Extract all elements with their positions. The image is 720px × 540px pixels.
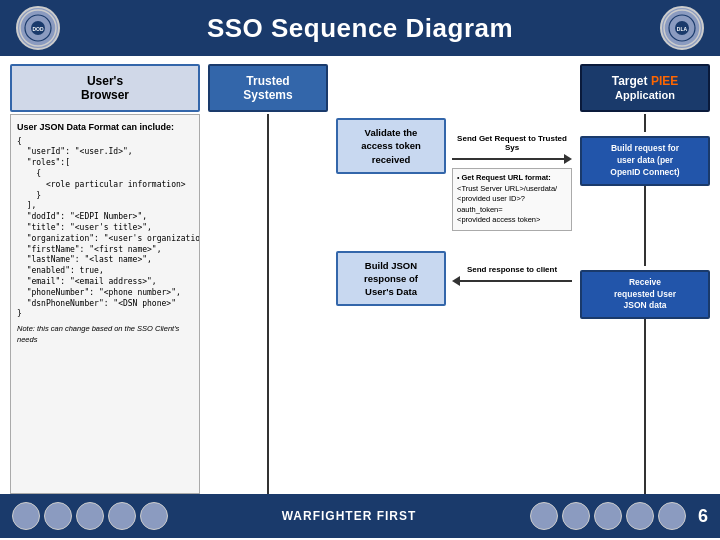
target-vline-mid bbox=[644, 186, 646, 266]
footer-logo-r1 bbox=[530, 502, 558, 530]
target-rest: Application bbox=[615, 89, 675, 101]
user-browser-label: User's Browser bbox=[81, 74, 129, 102]
info-line1: <Trust Server URL>/userdata/ bbox=[457, 184, 557, 193]
svg-text:DLA: DLA bbox=[677, 26, 688, 32]
target-piee: PIEE bbox=[651, 74, 678, 88]
json-title: User JSON Data Format can include: bbox=[17, 121, 193, 134]
arrow-line-2 bbox=[460, 280, 572, 282]
footer-logo-3 bbox=[76, 502, 104, 530]
footer-center-text: WARFIGHTER FIRST bbox=[282, 509, 417, 523]
validate-label: Validate the access token received bbox=[361, 127, 421, 165]
user-browser-header: User's Browser bbox=[10, 64, 200, 112]
trusted-systems-header: Trusted Systems bbox=[208, 64, 328, 112]
arrow-head-1 bbox=[564, 154, 572, 164]
footer-logo-4 bbox=[108, 502, 136, 530]
header-logo-left: DOD bbox=[16, 6, 60, 50]
build-json-box: Build JSON response of User's Data bbox=[336, 251, 446, 307]
page-number: 6 bbox=[698, 506, 708, 527]
send-response-label: Send response to client bbox=[452, 265, 572, 274]
trusted-systems-label: Trusted Systems bbox=[243, 74, 292, 102]
arrow-head-2 bbox=[452, 276, 460, 286]
footer-right: 6 bbox=[530, 502, 708, 530]
json-note: Note: this can change based on the SSO C… bbox=[17, 324, 193, 345]
footer-logo-1 bbox=[12, 502, 40, 530]
trusted-systems-vline bbox=[267, 114, 269, 494]
build-label: Build JSON response of User's Data bbox=[364, 260, 418, 298]
info-line2: <provided user ID>?oauth_token= bbox=[457, 194, 525, 214]
target-vline-bottom bbox=[644, 319, 646, 494]
build-request-label: Build request for user data (per OpenID … bbox=[610, 143, 679, 177]
left-json-panel: User JSON Data Format can include: { "us… bbox=[10, 114, 200, 494]
footer-logo-r2 bbox=[562, 502, 590, 530]
info-line3: <provided access token> bbox=[457, 215, 540, 224]
svg-text:DOD: DOD bbox=[32, 26, 44, 32]
footer-logo-2 bbox=[44, 502, 72, 530]
target-header: Target PIEE Application bbox=[580, 64, 710, 112]
footer-logo-r4 bbox=[626, 502, 654, 530]
header-logo-right: DLA bbox=[660, 6, 704, 50]
footer-logo-r3 bbox=[594, 502, 622, 530]
footer-logos-left bbox=[12, 502, 168, 530]
footer-logo-5 bbox=[140, 502, 168, 530]
page-footer: WARFIGHTER FIRST 6 bbox=[0, 494, 720, 538]
arrow-line-1 bbox=[452, 158, 564, 160]
page-header: DOD SSO Sequence Diagram DLA bbox=[0, 0, 720, 56]
info-box: • Get Request URL format: <Trust Server … bbox=[452, 168, 572, 231]
info-bullet: Get Request URL format: bbox=[461, 173, 550, 182]
send-request-label: Send Get Request to Trusted Sys bbox=[452, 134, 572, 152]
header-title: SSO Sequence Diagram bbox=[207, 13, 513, 44]
build-request-box: Build request for user data (per OpenID … bbox=[580, 136, 710, 186]
json-content: { "userId": "<user.Id>", "roles":[ { <ro… bbox=[17, 137, 193, 321]
receive-json-box: Receive requested User JSON data bbox=[580, 270, 710, 320]
target-label: Target bbox=[612, 74, 651, 88]
target-vline-top bbox=[644, 114, 646, 132]
receive-json-label: Receive requested User JSON data bbox=[614, 277, 676, 311]
validate-box: Validate the access token received bbox=[336, 118, 446, 174]
footer-logo-r5 bbox=[658, 502, 686, 530]
